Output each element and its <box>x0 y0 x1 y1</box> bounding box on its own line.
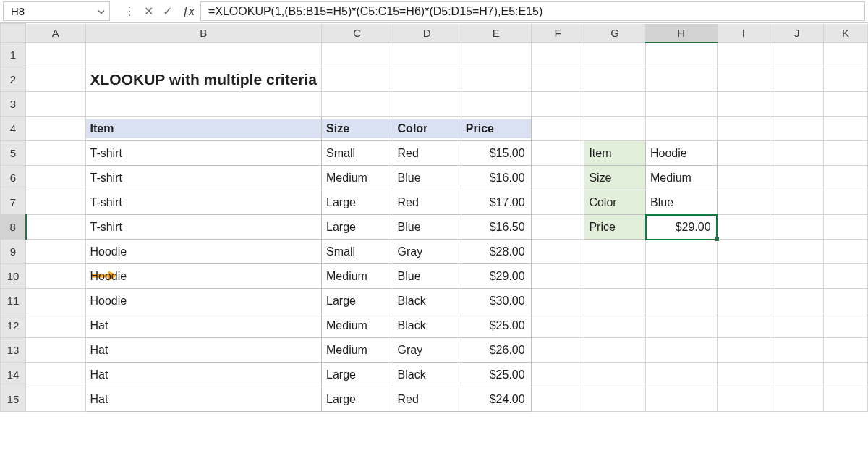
row-header-3[interactable]: 3 <box>1 92 26 117</box>
cell-E3[interactable] <box>461 92 531 117</box>
cell-G3[interactable] <box>584 92 646 117</box>
cell-F3[interactable] <box>531 92 584 117</box>
row-header-13[interactable]: 13 <box>1 338 26 363</box>
name-box[interactable]: H8 <box>3 1 110 21</box>
cell-K11[interactable] <box>824 289 868 313</box>
cancel-icon[interactable]: ✕ <box>142 4 155 18</box>
cell-J13[interactable] <box>770 338 824 363</box>
cell-B6[interactable]: T-shirt <box>85 166 322 190</box>
row-header-2[interactable]: 2 <box>1 67 26 92</box>
cell-H9[interactable] <box>646 240 718 264</box>
cell-I5[interactable] <box>717 141 770 166</box>
cell-E13[interactable]: $26.00 <box>461 338 531 363</box>
cell-E11[interactable]: $30.00 <box>461 289 531 313</box>
cell-F12[interactable] <box>531 313 584 338</box>
row-header-14[interactable]: 14 <box>1 363 26 387</box>
spreadsheet-grid[interactable]: ABCDEFGHIJK 12XLOOKUP with multiple crit… <box>0 23 868 412</box>
cell-F11[interactable] <box>531 289 584 313</box>
cell-H12[interactable] <box>646 313 718 338</box>
cell-E12[interactable]: $25.00 <box>461 313 531 338</box>
cell-I2[interactable] <box>717 67 770 92</box>
cell-C1[interactable] <box>322 43 393 67</box>
cell-K3[interactable] <box>824 92 868 117</box>
cell-E5[interactable]: $15.00 <box>461 141 531 166</box>
confirm-icon[interactable]: ✓ <box>161 4 174 18</box>
cell-D13[interactable]: Gray <box>393 338 461 363</box>
cell-H3[interactable] <box>646 92 718 117</box>
fx-icon[interactable]: ƒx <box>178 0 199 22</box>
cell-A10[interactable] <box>26 264 85 289</box>
cell-B15[interactable]: Hat <box>85 387 322 412</box>
cell-F7[interactable] <box>531 190 584 215</box>
cell-A8[interactable] <box>26 215 85 240</box>
dots-icon[interactable]: ⋮ <box>123 4 136 18</box>
cell-C4[interactable]: Size <box>322 117 393 141</box>
cell-F6[interactable] <box>531 166 584 190</box>
column-header-F[interactable]: F <box>531 24 584 43</box>
cell-D10[interactable]: Blue <box>393 264 461 289</box>
cell-G5[interactable]: Item <box>584 141 646 166</box>
cell-A11[interactable] <box>26 289 85 313</box>
chevron-down-icon[interactable] <box>98 5 105 17</box>
cell-I8[interactable] <box>717 215 770 240</box>
cell-J2[interactable] <box>770 67 824 92</box>
cell-I7[interactable] <box>717 190 770 215</box>
cell-J10[interactable] <box>770 264 824 289</box>
cell-B2[interactable]: XLOOKUP with multiple criteria <box>85 67 322 92</box>
cell-H7[interactable]: Blue <box>646 190 718 215</box>
cell-A15[interactable] <box>26 387 85 412</box>
column-header-D[interactable]: D <box>393 24 461 43</box>
cell-K9[interactable] <box>824 240 868 264</box>
row-header-6[interactable]: 6 <box>1 166 26 190</box>
cell-F13[interactable] <box>531 338 584 363</box>
cell-A6[interactable] <box>26 166 85 190</box>
cell-K15[interactable] <box>824 387 868 412</box>
cell-K10[interactable] <box>824 264 868 289</box>
cell-D9[interactable]: Gray <box>393 240 461 264</box>
cell-A3[interactable] <box>26 92 85 117</box>
cell-H5[interactable]: Hoodie <box>646 141 718 166</box>
cell-J7[interactable] <box>770 190 824 215</box>
cell-G11[interactable] <box>584 289 646 313</box>
cell-I1[interactable] <box>717 43 770 67</box>
cell-D4[interactable]: Color <box>393 117 461 141</box>
cell-J1[interactable] <box>770 43 824 67</box>
cell-J5[interactable] <box>770 141 824 166</box>
cell-C12[interactable]: Medium <box>322 313 393 338</box>
cell-A5[interactable] <box>26 141 85 166</box>
row-header-1[interactable]: 1 <box>1 43 26 67</box>
row-header-8[interactable]: 8 <box>1 215 26 240</box>
cell-E2[interactable] <box>461 67 531 92</box>
cell-C3[interactable] <box>322 92 393 117</box>
cell-F15[interactable] <box>531 387 584 412</box>
cell-A1[interactable] <box>26 43 85 67</box>
cell-A14[interactable] <box>26 363 85 387</box>
cell-J9[interactable] <box>770 240 824 264</box>
cell-K12[interactable] <box>824 313 868 338</box>
cell-F10[interactable] <box>531 264 584 289</box>
cell-C7[interactable]: Large <box>322 190 393 215</box>
cell-F8[interactable] <box>531 215 584 240</box>
cell-F9[interactable] <box>531 240 584 264</box>
cell-D6[interactable]: Blue <box>393 166 461 190</box>
cell-B8[interactable]: T-shirt <box>85 215 322 240</box>
cell-G15[interactable] <box>584 387 646 412</box>
cell-C11[interactable]: Large <box>322 289 393 313</box>
cell-H4[interactable] <box>646 117 718 141</box>
cell-D8[interactable]: Blue <box>393 215 461 240</box>
cell-I14[interactable] <box>717 363 770 387</box>
cell-C13[interactable]: Medium <box>322 338 393 363</box>
cell-J15[interactable] <box>770 387 824 412</box>
cell-C8[interactable]: Large <box>322 215 393 240</box>
row-header-9[interactable]: 9 <box>1 240 26 264</box>
cell-B12[interactable]: Hat <box>85 313 322 338</box>
cell-F2[interactable] <box>531 67 584 92</box>
cell-H10[interactable] <box>646 264 718 289</box>
cell-D14[interactable]: Black <box>393 363 461 387</box>
cell-C15[interactable]: Large <box>322 387 393 412</box>
cell-I4[interactable] <box>717 117 770 141</box>
cell-J11[interactable] <box>770 289 824 313</box>
cell-K5[interactable] <box>824 141 868 166</box>
cell-G8[interactable]: Price <box>584 215 646 240</box>
cell-C2[interactable] <box>322 67 393 92</box>
